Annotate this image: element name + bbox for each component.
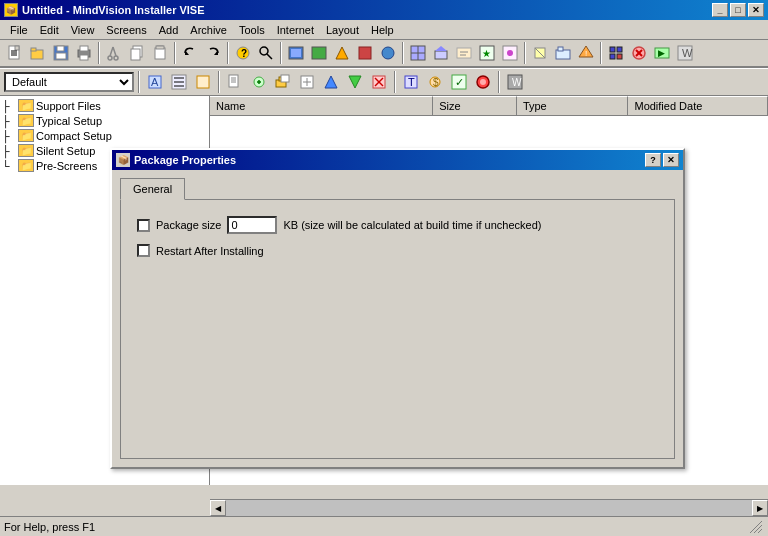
horizontal-scrollbar[interactable]: ◀ ▶ bbox=[210, 499, 768, 516]
toolbar-separator-9 bbox=[218, 71, 220, 93]
tb-btn-8[interactable] bbox=[354, 42, 376, 64]
restart-label: Restart After Installing bbox=[156, 245, 264, 257]
tb2-btn-8[interactable] bbox=[320, 71, 342, 93]
tree-item-typical-setup[interactable]: ├ 📁 Typical Setup bbox=[0, 113, 209, 128]
tb2-btn-4[interactable] bbox=[224, 71, 246, 93]
right-column-headers: Name Size Type Modified Date bbox=[210, 96, 768, 116]
tb-btn-11[interactable] bbox=[430, 42, 452, 64]
menu-bar: File Edit View Screens Add Archive Tools… bbox=[0, 20, 768, 40]
print-button[interactable] bbox=[73, 42, 95, 64]
tb2-btn-10[interactable] bbox=[368, 71, 390, 93]
tb-btn-10[interactable] bbox=[407, 42, 429, 64]
tb2-btn-3[interactable] bbox=[192, 71, 214, 93]
tb2-btn-9[interactable] bbox=[344, 71, 366, 93]
svg-point-95 bbox=[480, 79, 486, 85]
tb-btn-18[interactable] bbox=[605, 42, 627, 64]
tree-label: Pre-Screens bbox=[36, 160, 97, 172]
menu-file[interactable]: File bbox=[4, 22, 34, 38]
tb-btn-6[interactable] bbox=[308, 42, 330, 64]
copy-button[interactable] bbox=[126, 42, 148, 64]
open-button[interactable] bbox=[27, 42, 49, 64]
svg-marker-38 bbox=[435, 46, 447, 51]
dialog-icon: 📦 bbox=[116, 153, 130, 167]
svg-point-14 bbox=[114, 56, 118, 60]
tb2-btn-14[interactable] bbox=[472, 71, 494, 93]
search-button[interactable] bbox=[255, 42, 277, 64]
toolbar-separator-8 bbox=[138, 71, 140, 93]
tb2-btn-12[interactable]: $ bbox=[424, 71, 446, 93]
tree-label: Silent Setup bbox=[36, 145, 95, 157]
menu-tools[interactable]: Tools bbox=[233, 22, 271, 38]
package-size-checkbox[interactable] bbox=[137, 219, 150, 232]
tb-btn-19[interactable] bbox=[628, 42, 650, 64]
tb2-btn-11[interactable]: T bbox=[400, 71, 422, 93]
tb-btn-9[interactable] bbox=[377, 42, 399, 64]
menu-layout[interactable]: Layout bbox=[320, 22, 365, 38]
tb2-btn-6[interactable] bbox=[272, 71, 294, 93]
tb-btn-15[interactable] bbox=[529, 42, 551, 64]
minimize-button[interactable]: _ bbox=[712, 3, 728, 17]
package-size-unit: KB (size will be calculated at build tim… bbox=[283, 219, 541, 231]
save-button[interactable] bbox=[50, 42, 72, 64]
setup-type-dropdown[interactable]: Default bbox=[4, 72, 134, 92]
tree-item-compact-setup[interactable]: ├ 📁 Compact Setup bbox=[0, 128, 209, 143]
tb-btn-5[interactable] bbox=[285, 42, 307, 64]
package-properties-dialog[interactable]: 📦 Package Properties ? ✕ General Package… bbox=[110, 148, 685, 469]
svg-line-27 bbox=[267, 54, 272, 59]
svg-line-99 bbox=[754, 525, 762, 533]
folder-icon: 📁 bbox=[18, 144, 34, 157]
toolbar-row-1: ? ★ ! ▶ W bbox=[0, 40, 768, 66]
tb2-btn-2[interactable] bbox=[168, 71, 190, 93]
restart-checkbox[interactable] bbox=[137, 244, 150, 257]
close-button[interactable]: ✕ bbox=[748, 3, 764, 17]
dialog-content: General Package size KB (size will be ca… bbox=[112, 170, 683, 467]
menu-view[interactable]: View bbox=[65, 22, 101, 38]
new-button[interactable] bbox=[4, 42, 26, 64]
menu-edit[interactable]: Edit bbox=[34, 22, 65, 38]
app-icon: 📦 bbox=[4, 3, 18, 17]
tb-btn-13[interactable]: ★ bbox=[476, 42, 498, 64]
svg-rect-30 bbox=[312, 47, 326, 59]
dialog-close-button[interactable]: ✕ bbox=[663, 153, 679, 167]
menu-screens[interactable]: Screens bbox=[100, 22, 152, 38]
tb-btn-7[interactable] bbox=[331, 42, 353, 64]
scroll-track[interactable] bbox=[226, 500, 752, 516]
svg-text:T: T bbox=[408, 76, 415, 88]
tb2-btn-7[interactable] bbox=[296, 71, 318, 93]
cut-button[interactable] bbox=[103, 42, 125, 64]
menu-archive[interactable]: Archive bbox=[184, 22, 233, 38]
tb-btn-17[interactable]: ! bbox=[575, 42, 597, 64]
tb2-btn-15[interactable]: W bbox=[504, 71, 526, 93]
restart-row: Restart After Installing bbox=[137, 244, 658, 257]
help-button[interactable]: ? bbox=[232, 42, 254, 64]
dialog-help-button[interactable]: ? bbox=[645, 153, 661, 167]
menu-help[interactable]: Help bbox=[365, 22, 400, 38]
tb2-btn-1[interactable]: A bbox=[144, 71, 166, 93]
tb-btn-20[interactable]: ▶ bbox=[651, 42, 673, 64]
menu-internet[interactable]: Internet bbox=[271, 22, 320, 38]
redo-button[interactable] bbox=[202, 42, 224, 64]
package-size-input[interactable] bbox=[227, 216, 277, 234]
title-buttons: _ □ ✕ bbox=[712, 3, 764, 17]
folder-icon: 📁 bbox=[18, 159, 34, 172]
resize-grip[interactable] bbox=[748, 519, 764, 535]
scroll-right-button[interactable]: ▶ bbox=[752, 500, 768, 516]
tb-btn-14[interactable] bbox=[499, 42, 521, 64]
tb-btn-21[interactable]: W bbox=[674, 42, 696, 64]
tree-item-support-files[interactable]: ├ 📁 Support Files bbox=[0, 98, 209, 113]
svg-rect-6 bbox=[31, 48, 36, 51]
toolbar-separator-10 bbox=[394, 71, 396, 93]
scroll-left-button[interactable]: ◀ bbox=[210, 500, 226, 516]
tab-general[interactable]: General bbox=[120, 178, 185, 200]
svg-rect-52 bbox=[610, 47, 615, 52]
maximize-button[interactable]: □ bbox=[730, 3, 746, 17]
undo-button[interactable] bbox=[179, 42, 201, 64]
tb2-btn-13[interactable]: ✓ bbox=[448, 71, 470, 93]
tb2-btn-5[interactable] bbox=[248, 71, 270, 93]
svg-text:W: W bbox=[512, 77, 522, 88]
paste-button[interactable] bbox=[149, 42, 171, 64]
tab-bar: General bbox=[120, 178, 675, 200]
tb-btn-16[interactable] bbox=[552, 42, 574, 64]
tb-btn-12[interactable] bbox=[453, 42, 475, 64]
menu-add[interactable]: Add bbox=[153, 22, 185, 38]
